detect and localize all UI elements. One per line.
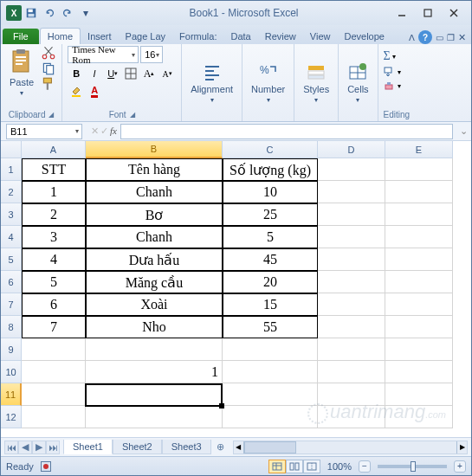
sheet-nav-first-icon[interactable]: ⏮ xyxy=(4,441,18,454)
row-head-11[interactable]: 11 xyxy=(1,383,22,406)
cell-E2[interactable] xyxy=(385,181,453,203)
cell-D10[interactable] xyxy=(318,361,385,383)
cell-C2[interactable]: 10 xyxy=(223,181,318,203)
row-head-1[interactable]: 1 xyxy=(1,158,22,181)
close-button[interactable] xyxy=(442,5,466,21)
doc-restore-icon[interactable]: ❐ xyxy=(447,33,455,42)
cell-B5[interactable]: Dưa hấu xyxy=(86,248,223,271)
tab-formulas[interactable]: Formula: xyxy=(172,29,223,44)
row-head-8[interactable]: 8 xyxy=(1,316,22,338)
formula-input[interactable] xyxy=(120,124,453,139)
row-head-9[interactable]: 9 xyxy=(1,338,22,361)
qat-customize-icon[interactable]: ▾ xyxy=(77,4,94,22)
copy-icon[interactable] xyxy=(41,61,56,75)
paste-button[interactable]: Paste ▾ xyxy=(6,46,37,99)
cell-A1[interactable]: STT xyxy=(22,158,86,181)
cell-D8[interactable] xyxy=(318,316,385,338)
cell-C3[interactable]: 25 xyxy=(223,203,318,226)
cell-D9[interactable] xyxy=(318,338,385,361)
cell-B7[interactable]: Xoài xyxy=(86,293,223,316)
doc-close-icon[interactable]: ✕ xyxy=(458,32,466,43)
cell-B3[interactable]: Bơ xyxy=(86,203,223,226)
cut-icon[interactable] xyxy=(41,46,56,60)
name-box[interactable]: B11 xyxy=(6,124,82,139)
cell-E8[interactable] xyxy=(385,316,453,338)
redo-icon[interactable] xyxy=(59,4,76,22)
row-head-7[interactable]: 7 xyxy=(1,293,22,316)
row-head-2[interactable]: 2 xyxy=(1,181,22,203)
cell-E10[interactable] xyxy=(385,361,453,383)
row-head-5[interactable]: 5 xyxy=(1,248,22,271)
alignment-button[interactable]: Alignment▾ xyxy=(187,60,236,106)
zoom-slider[interactable] xyxy=(378,465,447,468)
cell-E5[interactable] xyxy=(385,248,453,271)
normal-view-icon[interactable] xyxy=(268,460,286,473)
cell-C7[interactable]: 15 xyxy=(223,293,318,316)
cell-D5[interactable] xyxy=(318,248,385,271)
cell-E11[interactable] xyxy=(385,383,453,406)
cell-B2[interactable]: Chanh xyxy=(86,181,223,203)
zoom-level[interactable]: 100% xyxy=(327,461,352,472)
cell-D6[interactable] xyxy=(318,271,385,293)
cell-D12[interactable] xyxy=(318,406,385,428)
expand-formula-icon[interactable]: ⌄ xyxy=(456,125,471,137)
row-head-10[interactable]: 10 xyxy=(1,361,22,383)
underline-button[interactable]: U▾ xyxy=(104,65,121,82)
col-head-E[interactable]: E xyxy=(385,141,453,158)
enter-formula-icon[interactable]: ✓ xyxy=(100,125,108,137)
col-head-A[interactable]: A xyxy=(22,141,86,158)
sheet-nav-prev-icon[interactable]: ◀ xyxy=(18,441,32,454)
tab-insert[interactable]: Insert xyxy=(81,29,119,44)
cell-D3[interactable] xyxy=(318,203,385,226)
sheet-tab-2[interactable]: Sheet2 xyxy=(113,440,162,454)
bold-button[interactable]: B xyxy=(68,65,85,82)
sheet-nav-next-icon[interactable]: ▶ xyxy=(32,441,46,454)
cell-A11[interactable] xyxy=(22,383,86,406)
cell-D7[interactable] xyxy=(318,293,385,316)
autosum-button[interactable]: Σ▾ xyxy=(384,49,411,63)
tab-developer[interactable]: Develope xyxy=(337,29,391,44)
increase-font-button[interactable]: A▴ xyxy=(140,65,158,82)
cell-E7[interactable] xyxy=(385,293,453,316)
cell-B6[interactable]: Măng cầu xyxy=(86,271,223,293)
minimize-ribbon-icon[interactable]: ᐱ xyxy=(409,33,415,42)
col-head-B[interactable]: B xyxy=(86,141,223,158)
cell-A8[interactable]: 7 xyxy=(22,316,86,338)
page-break-view-icon[interactable] xyxy=(303,460,320,473)
cell-A12[interactable] xyxy=(22,406,86,428)
format-painter-icon[interactable] xyxy=(41,77,56,91)
file-tab[interactable]: File xyxy=(3,29,39,44)
zoom-in-button[interactable]: + xyxy=(454,460,466,473)
cell-A5[interactable]: 4 xyxy=(22,248,86,271)
sheet-tab-3[interactable]: Sheet3 xyxy=(162,440,211,454)
row-head-12[interactable]: 12 xyxy=(1,406,22,428)
insert-sheet-icon[interactable]: ⊕ xyxy=(211,440,230,454)
cell-C4[interactable]: 5 xyxy=(223,226,318,248)
help-icon[interactable]: ? xyxy=(418,30,432,44)
fill-button[interactable]: ▾ xyxy=(384,67,411,77)
doc-minimize-icon[interactable]: ▭ xyxy=(436,33,443,42)
cell-B12[interactable] xyxy=(86,406,223,428)
cell-C1[interactable]: Số lượng (kg) xyxy=(223,158,318,181)
cell-D2[interactable] xyxy=(318,181,385,203)
col-head-D[interactable]: D xyxy=(318,141,385,158)
horizontal-scrollbar[interactable]: ◀ ▶ xyxy=(233,441,468,454)
sheet-tab-1[interactable]: Sheet1 xyxy=(63,440,113,454)
clear-button[interactable]: ▾ xyxy=(384,80,411,91)
clipboard-launcher-icon[interactable]: ◢ xyxy=(48,111,54,119)
tab-home[interactable]: Home xyxy=(40,28,81,44)
undo-icon[interactable] xyxy=(41,4,58,22)
cell-C11[interactable] xyxy=(223,383,318,406)
cell-C8[interactable]: 55 xyxy=(223,316,318,338)
tab-page-layout[interactable]: Page Lay xyxy=(119,29,172,44)
cancel-formula-icon[interactable]: ✕ xyxy=(91,125,99,137)
cell-A9[interactable] xyxy=(22,338,86,361)
font-color-button[interactable]: A xyxy=(86,82,103,100)
excel-icon[interactable]: X xyxy=(6,5,22,21)
font-size-select[interactable]: 16 xyxy=(140,46,163,63)
cell-D4[interactable] xyxy=(318,226,385,248)
tab-data[interactable]: Data xyxy=(223,29,257,44)
cell-B11[interactable] xyxy=(86,383,223,406)
italic-button[interactable]: I xyxy=(86,65,103,82)
cell-E4[interactable] xyxy=(385,226,453,248)
